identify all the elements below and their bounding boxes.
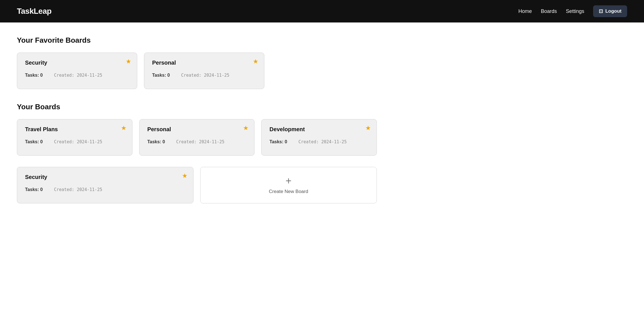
board-development[interactable]: ★ Development Tasks: 0 Created: 2024-11-…	[261, 119, 377, 156]
board-title-security: Security	[25, 174, 185, 180]
board-created-fav-personal: Created: 2024-11-25	[181, 73, 229, 78]
star-icon-travel[interactable]: ★	[121, 125, 127, 131]
board-title-travel: Travel Plans	[25, 126, 124, 133]
board-title-fav-personal: Personal	[152, 60, 256, 66]
favorite-board-security[interactable]: ★ Security Tasks: 0 Created: 2024-11-25	[17, 53, 137, 89]
board-created-development: Created: 2024-11-25	[298, 139, 347, 144]
board-created-travel: Created: 2024-11-25	[54, 139, 102, 144]
plus-icon: +	[285, 176, 291, 186]
board-travel-plans[interactable]: ★ Travel Plans Tasks: 0 Created: 2024-11…	[17, 119, 132, 156]
board-tasks-fav-security: Tasks: 0	[25, 73, 43, 78]
board-tasks-security: Tasks: 0	[25, 187, 43, 192]
star-icon-fav-personal[interactable]: ★	[253, 58, 258, 65]
boards-grid-row1: ★ Travel Plans Tasks: 0 Created: 2024-11…	[17, 119, 377, 156]
board-meta-fav-security: Tasks: 0 Created: 2024-11-25	[25, 73, 129, 78]
board-title-fav-security: Security	[25, 60, 129, 66]
your-boards-title: Your Boards	[17, 103, 377, 111]
board-created-security: Created: 2024-11-25	[54, 187, 102, 192]
star-icon-security[interactable]: ★	[182, 173, 188, 179]
create-board-label: Create New Board	[269, 189, 308, 194]
navbar: TaskLeap Home Boards Settings ⊡ Logout	[0, 0, 644, 22]
board-tasks-development: Tasks: 0	[269, 139, 287, 144]
board-tasks-fav-personal: Tasks: 0	[152, 73, 170, 78]
star-icon-fav-security[interactable]: ★	[126, 58, 131, 65]
star-icon-personal[interactable]: ★	[243, 125, 249, 131]
board-meta-security: Tasks: 0 Created: 2024-11-25	[25, 187, 185, 192]
favorite-boards-grid: ★ Security Tasks: 0 Created: 2024-11-25 …	[17, 53, 264, 89]
board-title-personal: Personal	[147, 126, 247, 133]
board-personal[interactable]: ★ Personal Tasks: 0 Created: 2024-11-25	[139, 119, 255, 156]
logout-label: Logout	[605, 8, 622, 14]
logout-button[interactable]: ⊡ Logout	[593, 5, 627, 17]
main-content: Your Favorite Boards ★ Security Tasks: 0…	[0, 22, 394, 230]
star-icon-development[interactable]: ★	[365, 125, 371, 131]
board-created-fav-security: Created: 2024-11-25	[54, 73, 102, 78]
board-meta-personal: Tasks: 0 Created: 2024-11-25	[147, 139, 247, 144]
create-new-board-card[interactable]: + Create New Board	[200, 167, 377, 203]
board-meta-travel: Tasks: 0 Created: 2024-11-25	[25, 139, 124, 144]
favorite-boards-title: Your Favorite Boards	[17, 36, 377, 45]
app-logo: TaskLeap	[17, 7, 51, 16]
board-tasks-travel: Tasks: 0	[25, 139, 43, 144]
favorite-boards-section: Your Favorite Boards ★ Security Tasks: 0…	[17, 36, 377, 89]
nav-settings[interactable]: Settings	[566, 8, 584, 14]
logout-icon: ⊡	[599, 8, 603, 14]
board-created-personal: Created: 2024-11-25	[176, 139, 225, 144]
boards-grid-row2: ★ Security Tasks: 0 Created: 2024-11-25 …	[17, 167, 377, 203]
board-security[interactable]: ★ Security Tasks: 0 Created: 2024-11-25	[17, 167, 193, 203]
favorite-board-personal[interactable]: ★ Personal Tasks: 0 Created: 2024-11-25	[144, 53, 264, 89]
nav-links: Home Boards Settings ⊡ Logout	[518, 5, 627, 17]
nav-home[interactable]: Home	[518, 8, 532, 14]
nav-boards[interactable]: Boards	[541, 8, 557, 14]
board-tasks-personal: Tasks: 0	[147, 139, 165, 144]
your-boards-section: Your Boards ★ Travel Plans Tasks: 0 Crea…	[17, 103, 377, 203]
board-meta-fav-personal: Tasks: 0 Created: 2024-11-25	[152, 73, 256, 78]
board-meta-development: Tasks: 0 Created: 2024-11-25	[269, 139, 369, 144]
board-title-development: Development	[269, 126, 369, 133]
